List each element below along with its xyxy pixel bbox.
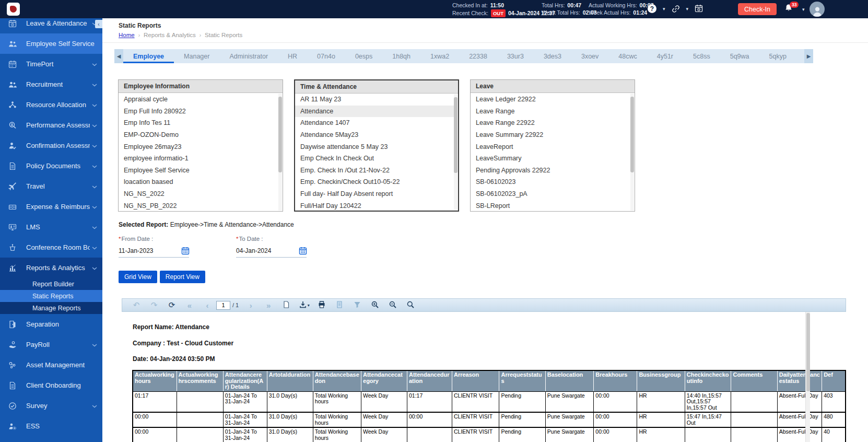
- tab-1xwa2[interactable]: 1xwa2: [420, 49, 459, 63]
- sidebar-item-recruitment[interactable]: Recruitment: [0, 74, 102, 95]
- sidebar-item-ess[interactable]: ESS: [0, 416, 102, 436]
- sidebar-item-separation[interactable]: Separation: [0, 314, 102, 334]
- tab-5x79z[interactable]: 5x79z: [796, 49, 804, 63]
- tab-5q9wa[interactable]: 5q9wa: [720, 49, 759, 63]
- scrollbar-thumb[interactable]: [278, 97, 282, 172]
- panel-scrollbar[interactable]: [630, 94, 634, 211]
- tab-3xoev[interactable]: 3xoev: [571, 49, 608, 63]
- report-vertical-scrollbar[interactable]: [805, 312, 810, 442]
- report-list-item-leave-range[interactable]: Leave Range: [471, 106, 630, 118]
- report-list-item-attendance-1407[interactable]: Attendance 1407: [295, 117, 454, 129]
- report-list-item-leave-ledger-22922[interactable]: Leave Ledger 22922: [471, 94, 630, 106]
- export-document-icon[interactable]: [331, 300, 348, 310]
- sidebar-item-employee-self-service[interactable]: Employee Self Service: [0, 33, 102, 54]
- report-list-item-daywise-attendance-5-may-23[interactable]: Daywise attendance 5 May 23: [295, 141, 454, 153]
- tab-manager[interactable]: Manager: [174, 49, 219, 63]
- tab-administrator[interactable]: Administrator: [219, 49, 278, 63]
- prev-page-icon[interactable]: ‹: [198, 301, 216, 310]
- sidebar-item-payroll[interactable]: PayRoll: [0, 334, 102, 355]
- zoom-out-icon[interactable]: [384, 300, 402, 310]
- undo-icon[interactable]: ↶: [127, 300, 145, 310]
- redo-icon[interactable]: ↷: [145, 300, 163, 310]
- report-list-item-ng-ns-2022[interactable]: NG_NS_2022: [119, 188, 278, 200]
- search-icon[interactable]: [402, 300, 419, 310]
- sidebar-item-leave-attendance[interactable]: Leave & Attendance: [0, 18, 102, 33]
- help-icon[interactable]: ?: [648, 4, 656, 13]
- sidebar-item-confirmation-assessment[interactable]: Confirmation Assessment: [0, 135, 102, 156]
- report-list-item-leavereport[interactable]: LeaveReport: [471, 141, 630, 153]
- sidebar-item-lms[interactable]: LMS: [0, 217, 102, 237]
- report-list-item-loacation-baased[interactable]: loacation baased: [119, 176, 278, 188]
- report-list-item-leavesummary[interactable]: LeaveSummary: [471, 153, 630, 165]
- last-page-icon[interactable]: »: [260, 301, 277, 310]
- notifications-bell[interactable]: 33: [784, 4, 797, 15]
- to-date-field[interactable]: 04-Jan-2024: [236, 247, 271, 254]
- first-page-icon[interactable]: «: [181, 301, 198, 310]
- breadcrumb-level2[interactable]: Reports & Analytics: [144, 32, 196, 38]
- report-view-button[interactable]: Report View: [160, 271, 205, 283]
- report-list-item-emp-ozon-demo[interactable]: EMP-OZON-Demo: [119, 129, 278, 141]
- tab-48cwc[interactable]: 48cwc: [608, 49, 647, 63]
- tab-07n4o[interactable]: 07n4o: [307, 49, 345, 63]
- scrollbar-thumb[interactable]: [454, 97, 458, 173]
- tab-5c8ss[interactable]: 5c8ss: [683, 49, 720, 63]
- from-date-field[interactable]: 11-Jan-2023: [119, 247, 154, 254]
- chevron-down-icon[interactable]: ▾: [686, 6, 689, 11]
- to-date-calendar-icon[interactable]: [299, 247, 307, 254]
- report-list-item-leave-range-22922[interactable]: Leave Range 22922: [471, 117, 630, 129]
- report-list-item-full-half-day-120422[interactable]: Full/Half Day 120422: [295, 200, 454, 211]
- report-list-item-pending-approvals-22922[interactable]: Pending Approvals 22922: [471, 165, 630, 177]
- from-date-calendar-icon[interactable]: [181, 247, 189, 254]
- report-list-item-emp-check-in-check-out[interactable]: Emp Check In Check Out: [295, 153, 454, 165]
- sidebar-item-resource-allocation[interactable]: Resource Allocation: [0, 95, 102, 115]
- sidebar-subitem-static-reports[interactable]: Static Reports: [0, 290, 102, 302]
- sidebar-item-performance-assessment[interactable]: Performance Assessment: [0, 115, 102, 135]
- report-list-item-ar-11-may-23[interactable]: AR 11 May 23: [295, 94, 454, 106]
- tabs-scroll-right-button[interactable]: ▶: [804, 49, 813, 63]
- link-icon[interactable]: [672, 5, 680, 13]
- panel-scrollbar[interactable]: [278, 94, 282, 211]
- sidebar-item-asset-management[interactable]: Asset Management: [0, 355, 102, 375]
- tabs-scroll-left-button[interactable]: ◀: [114, 49, 123, 63]
- scrollbar-thumb[interactable]: [630, 97, 634, 172]
- tab-5qkyp[interactable]: 5qkyp: [759, 49, 796, 63]
- app-logo[interactable]: [7, 3, 20, 16]
- sidebar-subitem-report-builder[interactable]: Report Builder: [0, 278, 102, 290]
- tab-hr[interactable]: HR: [278, 49, 307, 63]
- report-list-item-appraisal-cycle[interactable]: Appraisal cycle: [119, 94, 278, 106]
- zoom-in-icon[interactable]: [366, 300, 384, 310]
- user-avatar[interactable]: [810, 2, 825, 17]
- report-list-item-emp-info-tes-11[interactable]: Emp Info Tes 11: [119, 117, 278, 129]
- report-list-item-full-day-half-day-absent-report[interactable]: Full day- Half Day Absent report: [295, 188, 454, 200]
- tab-0esps[interactable]: 0esps: [345, 49, 382, 63]
- filter-icon[interactable]: [348, 300, 366, 310]
- report-list-item-employee-26may23[interactable]: Employee 26may23: [119, 141, 278, 153]
- chevron-down-icon[interactable]: ▾: [802, 7, 805, 12]
- tab-3des3[interactable]: 3des3: [534, 49, 571, 63]
- sidebar-item-policy-documents[interactable]: Policy Documents: [0, 156, 102, 176]
- report-list-item-employee-informatio-1[interactable]: employee informatio-1: [119, 153, 278, 165]
- report-list-item-sb-06102023[interactable]: SB-06102023: [471, 176, 630, 188]
- scrollbar-thumb[interactable]: [806, 313, 810, 391]
- check-in-button[interactable]: Check-In: [738, 3, 777, 15]
- tab-33ur3[interactable]: 33ur3: [497, 49, 534, 63]
- report-list-item-sb-06102023-pa[interactable]: SB-06102023_pA: [471, 188, 630, 200]
- new-document-icon[interactable]: [277, 300, 295, 310]
- report-list-item-leave-summary-22922[interactable]: Leave Summary 22922: [471, 129, 630, 141]
- sidebar-collapse-button[interactable]: ‹: [95, 20, 102, 28]
- sidebar-item-survey[interactable]: Survey: [0, 396, 102, 416]
- report-list-item-sb-lreport[interactable]: SB-LReport: [471, 200, 630, 211]
- sidebar-item-expense-reimbursement[interactable]: Expense & Reimbursement: [0, 196, 102, 217]
- report-list-item-employee-self-service[interactable]: Employee Self Service: [119, 165, 278, 177]
- refresh-icon[interactable]: ⟳: [163, 300, 181, 310]
- report-list-item-emp-full-info-280922[interactable]: Emp Full Info 280922: [119, 106, 278, 118]
- breadcrumb-home-link[interactable]: Home: [119, 32, 135, 38]
- calendar-icon[interactable]: [695, 4, 703, 13]
- tab-22338[interactable]: 22338: [459, 49, 497, 63]
- report-list-item-emp-checkin-check-out10-05-22[interactable]: Emp. Checkin/Check Out10-05-22: [295, 176, 454, 188]
- next-page-icon[interactable]: ›: [242, 301, 260, 310]
- grid-view-button[interactable]: Grid View: [119, 271, 157, 283]
- sidebar-item-conference-room-booking[interactable]: Conference Room Booking: [0, 237, 102, 258]
- tab-1h8qh[interactable]: 1h8qh: [382, 49, 420, 63]
- report-list-item-attendance[interactable]: Attendance: [295, 106, 454, 118]
